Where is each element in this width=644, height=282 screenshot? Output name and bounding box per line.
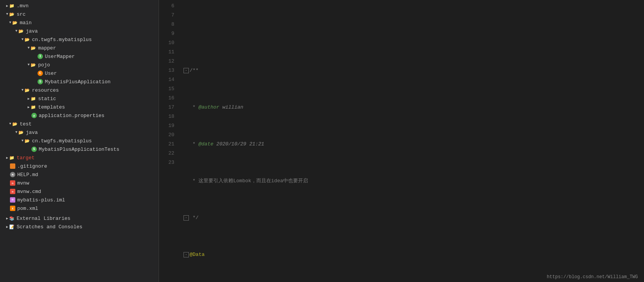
sidebar-item-gitignore[interactable]: .gitignore	[0, 162, 159, 170]
sidebar-item-tests[interactable]: S MybatisPlusApplicationTests	[0, 145, 159, 153]
folder-open-icon: 📂	[18, 129, 24, 135]
sidebar-label: java	[26, 130, 38, 135]
arrow-icon: ▶	[6, 216, 8, 221]
sidebar-label: src	[16, 12, 25, 17]
sidebar-label: .gitignore	[17, 163, 47, 169]
sidebar-label: cn.twgfs.mybatisplus	[32, 138, 92, 144]
sidebar-label: templates	[38, 104, 65, 110]
sidebar-label: External Libraries	[16, 216, 70, 221]
target-folder-icon: 📁	[9, 155, 15, 161]
folder-open-icon: 📂	[9, 11, 15, 17]
code-line-11: - */	[182, 213, 644, 223]
sidebar-item-appprops[interactable]: @ application.properties	[0, 111, 159, 120]
sidebar-item-mapper[interactable]: ▼ 📂 mapper	[0, 44, 159, 52]
line-number: 19	[159, 121, 174, 130]
props-icon: @	[31, 112, 37, 119]
sidebar-label: User	[45, 71, 57, 76]
sidebar-item-test[interactable]: ▼ 📂 test	[0, 120, 159, 128]
arrow-icon: ▼	[28, 46, 29, 50]
sidebar-item-testjava[interactable]: ▼ 📂 java	[0, 128, 159, 137]
arrow-icon: ▶	[6, 225, 8, 229]
line-number: 9	[159, 29, 174, 38]
sidebar-label: pojo	[38, 62, 50, 68]
footer-url: https://blog.csdn.net/William_TWG	[547, 274, 638, 280]
folder-open-icon: 📂	[12, 20, 18, 26]
fold-icon[interactable]: -	[184, 68, 189, 73]
line-number: 22	[159, 149, 174, 158]
code-area: 6 7 8 9 10 11 12 13 14 15 16 17 18 19 20…	[159, 0, 644, 282]
sidebar-item-java[interactable]: ▼ 📂 java	[0, 27, 159, 35]
sidebar-item-resources[interactable]: ▼ 📂 resources	[0, 86, 159, 94]
line-number: 11	[159, 48, 174, 57]
line-number: 17	[159, 103, 174, 112]
main-container: ▶ 📁 .mvn ▼ 📂 src ▼ 📂 main ▼ 📂 java ▼	[0, 0, 644, 282]
scratch-icon: 📝	[9, 224, 15, 230]
code-editor[interactable]: 6 7 8 9 10 11 12 13 14 15 16 17 18 19 20…	[159, 0, 644, 282]
code-line-9: * @date 2020/10/29 21:21	[182, 140, 644, 149]
arrow-icon: ▼	[28, 63, 29, 67]
sidebar-label: UserMapper	[45, 54, 75, 59]
arrow-icon: ▶	[6, 156, 8, 160]
sidebar-item-mvnwcmd[interactable]: m mvnw.cmd	[0, 187, 159, 196]
sidebar-item-mybatisapp[interactable]: S MybatisPlusApplication	[0, 78, 159, 86]
sidebar-item-usermapper[interactable]: I UserMapper	[0, 52, 159, 61]
folder-icon: 📁	[30, 96, 36, 102]
sidebar-label: target	[16, 155, 34, 161]
spring-icon: S	[37, 79, 43, 85]
md-icon: M	[10, 172, 16, 178]
line-number: 23	[159, 158, 174, 167]
fold-icon[interactable]: -	[184, 252, 189, 257]
git-icon	[10, 163, 16, 169]
line-number: 20	[159, 130, 174, 140]
folder-icon: 📁	[30, 104, 36, 110]
code-line-10: * 这里要引入依赖Lombok，而且在idea中也要开启	[182, 176, 644, 186]
sidebar-label: mvnw	[17, 180, 29, 186]
sidebar-item-mvnw[interactable]: m mvnw	[0, 179, 159, 187]
sidebar-item-testpackage[interactable]: ▼ 📂 cn.twgfs.mybatisplus	[0, 137, 159, 145]
code-line-8: * @author willian	[182, 103, 644, 112]
mvnwcmd-icon: m	[10, 188, 16, 195]
code-line-7: -/**	[182, 66, 644, 75]
arrow-icon: ▼	[9, 122, 11, 126]
sidebar-item-src[interactable]: ▼ 📂 src	[0, 10, 159, 18]
sidebar-item-templates[interactable]: ▶ 📁 templates	[0, 103, 159, 111]
line-number: 12	[159, 57, 174, 66]
sidebar-label: application.properties	[39, 113, 105, 119]
sidebar[interactable]: ▶ 📁 .mvn ▼ 📂 src ▼ 📂 main ▼ 📂 java ▼	[0, 0, 159, 282]
sidebar-item-extlibs[interactable]: ▶ 📚 External Libraries	[0, 214, 159, 223]
sidebar-item-pojo[interactable]: ▼ 📂 pojo	[0, 61, 159, 69]
arrow-icon: ▶	[6, 4, 8, 8]
sidebar-item-main[interactable]: ▼ 📂 main	[0, 18, 159, 27]
sidebar-label: cn.twgfs.mybatisplus	[32, 37, 92, 43]
folder-open-icon: 📂	[30, 62, 36, 68]
sidebar-label: MybatisPlusApplication	[45, 79, 111, 85]
line-number: 16	[159, 94, 174, 103]
sidebar-label: pom.xml	[17, 206, 38, 211]
code-content: -/** * @author willian * @date 2020/10/2…	[178, 0, 644, 282]
sidebar-label: HELP.md	[17, 172, 38, 178]
line-number: 14	[159, 75, 174, 84]
arrow-icon: ▼	[21, 88, 23, 92]
sidebar-item-iml[interactable]: m mybatis-plus.iml	[0, 196, 159, 204]
sidebar-label: mvnw.cmd	[17, 189, 41, 195]
sidebar-item-user[interactable]: C User	[0, 69, 159, 78]
iml-icon: m	[10, 197, 16, 203]
sidebar-item-pomxml[interactable]: X pom.xml	[0, 204, 159, 213]
fold-icon[interactable]: -	[184, 215, 189, 221]
sidebar-label: mapper	[38, 45, 56, 51]
sidebar-item-static[interactable]: ▶ 📁 static	[0, 94, 159, 103]
sidebar-item-help[interactable]: M HELP.md	[0, 170, 159, 179]
line-numbers: 6 7 8 9 10 11 12 13 14 15 16 17 18 19 20…	[159, 0, 178, 282]
arrow-icon: ▼	[15, 130, 17, 134]
sidebar-item-scratches[interactable]: ▶ 📝 Scratches and Consoles	[0, 223, 159, 231]
sidebar-item-mvn[interactable]: ▶ 📁 .mvn	[0, 2, 159, 10]
sidebar-label: MybatisPlusApplicationTests	[39, 147, 120, 152]
line-number: 10	[159, 38, 174, 48]
line-number: 15	[159, 84, 174, 94]
sidebar-label: .mvn	[16, 3, 28, 9]
folder-open-icon: 📂	[24, 36, 30, 43]
sidebar-item-package[interactable]: ▼ 📂 cn.twgfs.mybatisplus	[0, 35, 159, 44]
pom-icon: X	[10, 205, 16, 211]
sidebar-item-target[interactable]: ▶ 📁 target	[0, 153, 159, 162]
arrow-icon: ▼	[9, 21, 11, 25]
